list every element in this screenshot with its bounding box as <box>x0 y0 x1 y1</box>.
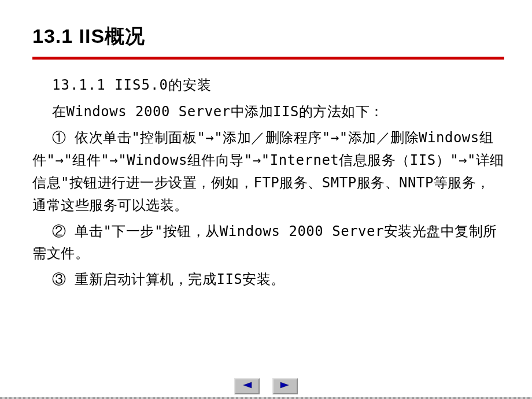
step-1: ① 依次单击"控制面板"→"添加／删除程序"→"添加／删除Windows组件"→… <box>32 127 504 217</box>
slide-container: 13.1 IIS概况 13.1.1 IIS5.0的安装 在Windows 200… <box>0 0 532 399</box>
intro-text: 在Windows 2000 Server中添加IIS的方法如下： <box>52 102 504 121</box>
section-subtitle: 13.1.1 IIS5.0的安装 <box>52 76 504 94</box>
nav-controls <box>234 378 298 394</box>
step-3: ③ 重新启动计算机，完成IIS安装。 <box>32 268 504 291</box>
triangle-right-icon <box>279 381 291 391</box>
triangle-left-icon <box>241 381 253 391</box>
svg-marker-1 <box>280 382 289 388</box>
svg-marker-0 <box>243 382 252 388</box>
next-button[interactable] <box>272 378 298 394</box>
prev-button[interactable] <box>234 378 260 394</box>
title-underline <box>32 57 504 60</box>
slide-title: 13.1 IIS概况 <box>32 23 504 50</box>
step-2: ② 单击"下一步"按钮，从Windows 2000 Server安装光盘中复制所… <box>32 220 504 265</box>
